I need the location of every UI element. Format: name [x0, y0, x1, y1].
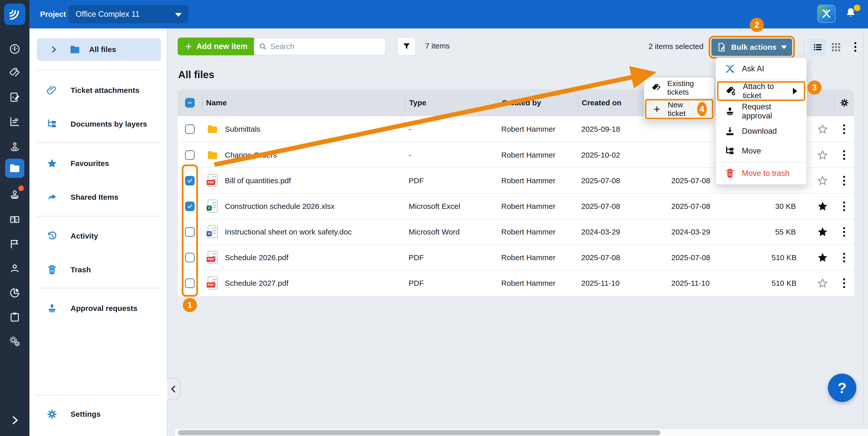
- select-all-checkbox[interactable]: [185, 98, 195, 107]
- submenu-item-existing-tickets[interactable]: Existing tickets: [644, 77, 714, 98]
- favourite-toggle[interactable]: [811, 252, 834, 263]
- row-checkbox[interactable]: [185, 124, 195, 134]
- bulk-actions-button[interactable]: Bulk actions: [711, 38, 792, 56]
- submenu-item-new-ticket[interactable]: + New ticket 4: [645, 99, 713, 119]
- sidebar-item-all-files[interactable]: All files: [37, 38, 161, 61]
- rail-people-location[interactable]: [0, 137, 29, 156]
- favourite-toggle[interactable]: [811, 150, 834, 160]
- chevron-right-icon[interactable]: [50, 46, 58, 53]
- rail-dashboard[interactable]: [0, 39, 29, 59]
- horizontal-scrollbar-thumb[interactable]: [178, 430, 660, 435]
- rail-analytics[interactable]: [0, 283, 29, 302]
- sidebar-item-favourites[interactable]: Favourites: [29, 154, 167, 173]
- help-button[interactable]: ?: [828, 374, 856, 402]
- grid-view-toggle[interactable]: [831, 42, 842, 53]
- rail-reports[interactable]: [0, 112, 29, 131]
- more-options-button[interactable]: [853, 41, 858, 53]
- menu-item-move-to-trash[interactable]: Move to trash: [716, 163, 806, 183]
- table-row[interactable]: PDF Schedule 2026.pdf PDF Robert Hammer …: [178, 244, 854, 270]
- folder-icon: [207, 149, 218, 161]
- row-menu-button[interactable]: [834, 251, 854, 264]
- sidebar-item-activity[interactable]: Activity: [29, 227, 167, 245]
- table-row[interactable]: X Construction schedule 2026.xlsx Micros…: [178, 193, 854, 219]
- bulk-actions-menu: Ask AI Attach to ticket Request approval…: [715, 57, 807, 185]
- row-checkbox[interactable]: [185, 176, 195, 186]
- favourite-toggle[interactable]: [811, 201, 834, 212]
- file-type-icon: X: [207, 199, 218, 213]
- created-by: Robert Hammer: [498, 176, 578, 185]
- kebab-icon: [842, 149, 847, 161]
- file-name-cell[interactable]: Change Orders: [202, 149, 405, 161]
- row-checkbox[interactable]: [185, 201, 195, 211]
- vertical-scrollbar[interactable]: [863, 28, 864, 428]
- rail-specifications[interactable]: [0, 210, 29, 229]
- sidebar-item-documents-by-layers[interactable]: Documents by layers: [29, 115, 167, 133]
- sidebar-item-label: Favourites: [70, 159, 109, 168]
- favourite-toggle[interactable]: [811, 124, 834, 134]
- column-settings-button[interactable]: [835, 98, 854, 108]
- sidebar-item-approval-requests[interactable]: Approval requests: [29, 299, 167, 317]
- folder-icon: [9, 162, 21, 174]
- row-checkbox[interactable]: [185, 278, 195, 288]
- file-name-cell[interactable]: PDF Schedule 2026.pdf: [202, 251, 405, 264]
- row-checkbox[interactable]: [185, 150, 195, 160]
- file-type-icon: W: [207, 225, 218, 239]
- filter-button[interactable]: [397, 37, 416, 56]
- created-on: 2024-03-29: [578, 228, 668, 236]
- row-checkbox[interactable]: [185, 227, 195, 237]
- rail-forms[interactable]: [0, 88, 29, 107]
- app-logo[interactable]: [4, 4, 25, 25]
- row-menu-button[interactable]: [834, 226, 854, 238]
- rail-files[interactable]: [0, 159, 29, 178]
- rail-approvals[interactable]: [0, 185, 29, 204]
- header-type[interactable]: Type: [405, 95, 498, 111]
- sidebar-item-shared-items[interactable]: Shared Items: [29, 188, 167, 206]
- list-view-toggle[interactable]: [809, 38, 826, 56]
- sidebar-item-settings[interactable]: Settings: [29, 405, 167, 423]
- row-menu-button[interactable]: [834, 174, 854, 187]
- search-input[interactable]: [270, 42, 381, 51]
- file-size: 30 KB: [768, 202, 811, 211]
- ai-assistant-button[interactable]: [817, 5, 836, 23]
- sidebar-item-trash[interactable]: Trash: [29, 261, 167, 279]
- sidebar-item-ticket-attachments[interactable]: Ticket attachments: [29, 81, 167, 99]
- menu-item-attach-to-ticket[interactable]: Attach to ticket: [717, 81, 805, 101]
- row-menu-button[interactable]: [834, 149, 854, 161]
- file-type: -: [405, 151, 498, 159]
- project-selector[interactable]: Office Complex 11: [68, 5, 188, 23]
- layers-tree-icon: [46, 118, 58, 130]
- file-name-cell[interactable]: Submittals: [202, 123, 405, 135]
- file-name-cell[interactable]: W Instructional sheet on work safety.doc: [202, 225, 405, 239]
- menu-item-move[interactable]: Move: [716, 141, 806, 161]
- table-row[interactable]: PDF Schedule 2027.pdf PDF Robert Hammer …: [178, 270, 854, 295]
- favourite-toggle[interactable]: [811, 175, 834, 186]
- file-name-cell[interactable]: X Construction schedule 2026.xlsx: [202, 199, 405, 213]
- file-name-cell[interactable]: PDF Schedule 2027.pdf: [202, 276, 405, 290]
- rail-users[interactable]: [0, 259, 29, 278]
- notifications-button[interactable]: [844, 6, 859, 21]
- created-by: Robert Hammer: [498, 228, 578, 236]
- rail-tasks[interactable]: [0, 307, 29, 326]
- menu-item-download[interactable]: Download: [716, 121, 806, 141]
- add-new-item-button[interactable]: + Add new item: [178, 37, 255, 55]
- header-created-by[interactable]: Created by: [498, 95, 578, 111]
- rail-tags[interactable]: [0, 63, 29, 83]
- table-row[interactable]: W Instructional sheet on work safety.doc…: [178, 219, 854, 244]
- row-menu-button[interactable]: [834, 277, 854, 289]
- rail-expand[interactable]: [0, 411, 29, 430]
- file-name-cell[interactable]: PDF Bill of quantities.pdf: [202, 174, 405, 188]
- file-name: Instructional sheet on work safety.doc: [225, 228, 352, 236]
- favourite-toggle[interactable]: [811, 227, 834, 237]
- star-icon: [817, 201, 828, 212]
- rail-flags[interactable]: [0, 234, 29, 253]
- menu-item-request-approval[interactable]: Request approval: [716, 101, 806, 121]
- row-checkbox[interactable]: [185, 253, 195, 262]
- row-menu-button[interactable]: [834, 123, 854, 135]
- file-type: Microsoft Word: [405, 228, 498, 236]
- sidebar-collapse-button[interactable]: [167, 378, 181, 400]
- rail-settings[interactable]: [0, 332, 29, 351]
- row-menu-button[interactable]: [834, 200, 854, 213]
- header-name[interactable]: Name: [202, 95, 405, 111]
- menu-item-ask-ai[interactable]: Ask AI: [716, 59, 806, 79]
- favourite-toggle[interactable]: [811, 278, 834, 288]
